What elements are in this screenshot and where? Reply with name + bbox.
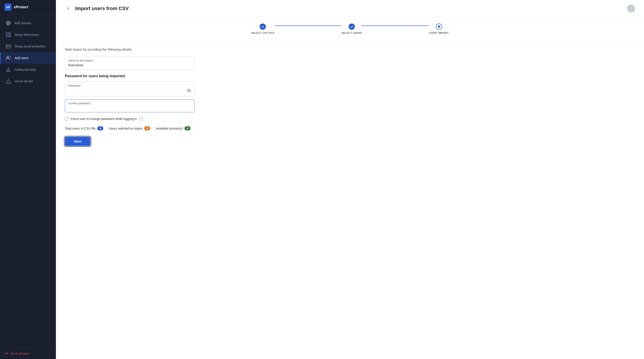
force-change-row: Force user to change password while logg…	[65, 117, 248, 121]
ediscovery-icon	[5, 32, 12, 38]
sidebar-item-add-users[interactable]: Add users	[0, 52, 56, 64]
selected-users-badge: 4	[144, 126, 150, 131]
step-start-import: START IMPORT	[429, 24, 448, 34]
sidebar-item-add-domain-label: Add domain	[14, 21, 31, 25]
sidebar-item-all-set-label: You're all set!	[14, 80, 33, 83]
force-change-checkbox[interactable]	[65, 117, 68, 121]
app-name: eProtect	[14, 5, 28, 9]
name-form-group: Name for this import*	[65, 57, 248, 70]
force-change-help-icon[interactable]: ?	[139, 117, 143, 121]
confirm-password-field-container: Confirm password*	[65, 99, 194, 112]
password-input-row	[68, 88, 191, 94]
sidebar-nav: Add domain Setup eDiscovery	[0, 15, 56, 347]
password-section-title: Password for users being imported	[65, 74, 248, 78]
stepper: SELECT CSV FILE SELECT USERS START IMPOR…	[56, 17, 644, 41]
confirm-password-input[interactable]	[68, 106, 191, 110]
name-input[interactable]	[68, 63, 191, 67]
sidebar-item-ediscovery-label: Setup eDiscovery	[14, 33, 39, 37]
sidebar-item-add-users-label: Add users	[14, 56, 28, 60]
sidebar-item-youre-all-set[interactable]: You're all set!	[0, 75, 56, 87]
step-label-csv: SELECT CSV FILE	[251, 32, 274, 34]
svg-marker-17	[6, 79, 10, 83]
domain-icon	[5, 20, 12, 26]
available-licenses-label: Available license(s)	[156, 127, 182, 130]
sidebar: eP eProtect Add domain	[0, 0, 56, 359]
step-label-import: START IMPORT	[429, 32, 448, 34]
step-label-users: SELECT USERS	[342, 32, 362, 34]
password-input[interactable]	[68, 89, 187, 93]
avatar	[627, 5, 635, 13]
total-users-label: Total users in CSV file	[65, 127, 96, 130]
step-circle-import	[436, 24, 442, 30]
step-select-csv: SELECT CSV FILE	[251, 24, 274, 34]
selected-users-label: Users selected to import	[109, 127, 142, 130]
sidebar-item-email-protection-label: Setup email protection	[14, 45, 46, 48]
sidebar-item-add-domain[interactable]: Add domain	[0, 17, 56, 29]
main-content: Import users from CSV SELECT CSV FILE SE…	[56, 0, 644, 359]
name-label: Name for this import*	[68, 59, 191, 62]
sidebar-footer: Go to eProtect	[0, 347, 56, 359]
form-content: Start import by providing the following …	[56, 41, 257, 153]
available-licenses-stat: Available license(s) 4	[156, 126, 190, 131]
add-users-icon	[5, 55, 12, 61]
available-licenses-badge: 4	[184, 126, 190, 131]
all-set-icon	[5, 78, 12, 84]
sidebar-header: eP eProtect	[0, 0, 56, 15]
password-section: Password for users being imported Passwo…	[65, 74, 248, 112]
confirm-password-label: Confirm password*	[68, 102, 191, 105]
step-line-1	[274, 26, 342, 26]
email-protection-icon	[5, 43, 12, 50]
sidebar-item-ediscovery[interactable]: Setup eDiscovery	[0, 29, 56, 41]
svg-point-14	[8, 68, 9, 69]
start-button[interactable]: Start	[65, 137, 90, 146]
sidebar-item-email-protection[interactable]: Setup email protection	[0, 41, 56, 52]
form-intro: Start import by providing the following …	[65, 48, 248, 51]
page-header: Import users from CSV	[56, 0, 644, 17]
page-title: Import users from CSV	[75, 6, 129, 12]
go-to-eprotect-button[interactable]: Go to eProtect	[4, 351, 52, 355]
total-users-badge: 4	[97, 126, 103, 131]
name-field-container: Name for this import*	[65, 57, 194, 70]
force-change-label[interactable]: Force user to change password while logg…	[71, 117, 137, 121]
step-circle-users	[348, 24, 355, 30]
header-left: Import users from CSV	[65, 5, 129, 12]
password-field-container: Password*	[65, 82, 194, 96]
sidebar-item-outbound-relay-label: Outbound relay	[14, 68, 36, 71]
back-button[interactable]	[65, 5, 72, 12]
app-logo: eP	[4, 4, 12, 11]
outbound-relay-icon	[5, 67, 12, 73]
total-users-stat: Total users in CSV file 4	[65, 126, 103, 131]
go-to-eprotect-label: Go to eProtect	[11, 352, 30, 355]
step-select-users: SELECT USERS	[342, 24, 362, 34]
stats-row: Total users in CSV file 4 Users selected…	[65, 126, 248, 131]
sidebar-item-outbound-relay[interactable]: Outbound relay	[0, 64, 56, 75]
toggle-password-visibility-icon[interactable]	[187, 88, 191, 94]
step-line-2	[362, 26, 429, 26]
selected-users-stat: Users selected to import 4	[109, 126, 150, 131]
step-circle-csv	[260, 24, 266, 30]
password-label: Password*	[68, 84, 191, 87]
svg-point-11	[7, 56, 9, 58]
